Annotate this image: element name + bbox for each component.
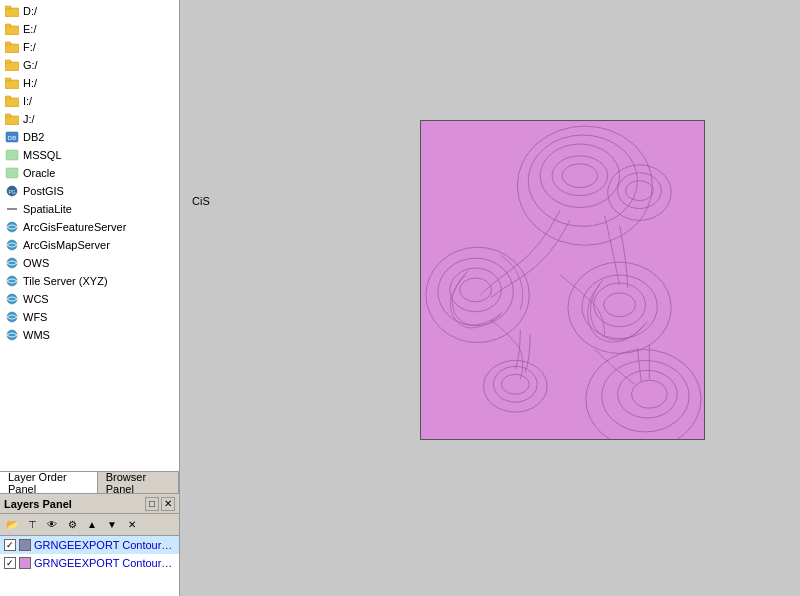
wms-icon bbox=[4, 327, 20, 343]
svg-text:DB: DB bbox=[8, 135, 16, 141]
layers-list: GRNGEEXPORT Contours-G...GRNGEEXPORT Con… bbox=[0, 536, 179, 596]
tree-item-H[interactable]: H:/ bbox=[0, 74, 179, 92]
svg-point-27 bbox=[7, 330, 17, 340]
layer-item-0[interactable]: GRNGEEXPORT Contours-G... bbox=[0, 536, 179, 554]
svg-point-24 bbox=[7, 276, 17, 286]
layers-panel-title: Layers Panel bbox=[4, 498, 145, 510]
tree-item-TileServerXYZ[interactable]: Tile Server (XYZ) bbox=[0, 272, 179, 290]
tree-item-label: G:/ bbox=[23, 59, 38, 71]
tree-item-WCS[interactable]: WCS bbox=[0, 290, 179, 308]
folder-icon bbox=[4, 39, 20, 55]
cis-label: CiS bbox=[192, 195, 210, 207]
wcs-icon bbox=[4, 291, 20, 307]
arcgis-icon bbox=[4, 219, 20, 235]
tree-item-DB2[interactable]: DBDB2 bbox=[0, 128, 179, 146]
svg-rect-17 bbox=[6, 168, 18, 178]
svg-rect-8 bbox=[5, 80, 19, 89]
main-area: D:/E:/F:/G:/H:/I:/J:/DBDB2MSSQLOraclePGP… bbox=[0, 0, 800, 596]
tree-item-label: WFS bbox=[23, 311, 47, 323]
tree-item-label: I:/ bbox=[23, 95, 32, 107]
tree-item-WFS[interactable]: WFS bbox=[0, 308, 179, 326]
tile-icon bbox=[4, 273, 20, 289]
down-btn[interactable]: ▼ bbox=[103, 516, 121, 534]
tree-item-Oracle[interactable]: Oracle bbox=[0, 164, 179, 182]
layer-color-swatch bbox=[19, 557, 31, 569]
remove-btn[interactable]: ✕ bbox=[123, 516, 141, 534]
svg-point-25 bbox=[7, 294, 17, 304]
svg-point-21 bbox=[7, 222, 17, 232]
tree-item-label: OWS bbox=[23, 257, 49, 269]
tree-item-label: MSSQL bbox=[23, 149, 62, 161]
left-panel: D:/E:/F:/G:/H:/I:/J:/DBDB2MSSQLOraclePGP… bbox=[0, 0, 180, 596]
tree-item-ArcGisFeatureServer[interactable]: ArcGisFeatureServer bbox=[0, 218, 179, 236]
tree-item-label: WCS bbox=[23, 293, 49, 305]
oracle-icon bbox=[4, 165, 20, 181]
browser-tree[interactable]: D:/E:/F:/G:/H:/I:/J:/DBDB2MSSQLOraclePGP… bbox=[0, 0, 179, 471]
svg-rect-5 bbox=[5, 42, 11, 45]
folder-icon bbox=[4, 3, 20, 19]
tree-item-E[interactable]: E:/ bbox=[0, 20, 179, 38]
svg-rect-11 bbox=[5, 96, 11, 99]
layer-color-swatch bbox=[19, 539, 31, 551]
open-layer-btn[interactable]: 📂 bbox=[3, 516, 21, 534]
layers-close-button[interactable]: ✕ bbox=[161, 497, 175, 511]
postgis-icon: PG bbox=[4, 183, 20, 199]
layers-panel-controls: □ ✕ bbox=[145, 497, 175, 511]
arcgis-icon bbox=[4, 237, 20, 253]
svg-point-23 bbox=[7, 258, 17, 268]
tree-item-F[interactable]: F:/ bbox=[0, 38, 179, 56]
svg-rect-7 bbox=[5, 60, 11, 63]
tree-item-label: J:/ bbox=[23, 113, 35, 125]
svg-rect-1 bbox=[5, 6, 11, 9]
tree-item-label: DB2 bbox=[23, 131, 44, 143]
tree-item-label: E:/ bbox=[23, 23, 36, 35]
tree-item-J[interactable]: J:/ bbox=[0, 110, 179, 128]
spatialite-icon bbox=[4, 201, 20, 217]
layers-panel: Layers Panel □ ✕ 📂 ⊤ 👁 ⚙ ▲ ▼ ✕ GRNGEEXPO… bbox=[0, 493, 179, 596]
svg-rect-2 bbox=[5, 26, 19, 35]
tree-item-OWS[interactable]: OWS bbox=[0, 254, 179, 272]
up-btn[interactable]: ▲ bbox=[83, 516, 101, 534]
settings-btn[interactable]: ⚙ bbox=[63, 516, 81, 534]
tree-item-label: WMS bbox=[23, 329, 50, 341]
filter-btn[interactable]: ⊤ bbox=[23, 516, 41, 534]
tree-item-PostGIS[interactable]: PGPostGIS bbox=[0, 182, 179, 200]
tree-item-label: F:/ bbox=[23, 41, 36, 53]
map-area[interactable]: CiS bbox=[180, 0, 800, 596]
tree-item-MSSQL[interactable]: MSSQL bbox=[0, 146, 179, 164]
tree-item-ArcGisMapServer[interactable]: ArcGisMapServer bbox=[0, 236, 179, 254]
svg-rect-13 bbox=[5, 114, 11, 117]
layer-checkbox[interactable] bbox=[4, 557, 16, 569]
svg-rect-0 bbox=[5, 8, 19, 17]
contour-map-svg bbox=[421, 121, 704, 439]
db2-icon: DB bbox=[4, 129, 20, 145]
svg-rect-16 bbox=[6, 150, 18, 160]
svg-point-26 bbox=[7, 312, 17, 322]
layers-float-button[interactable]: □ bbox=[145, 497, 159, 511]
tree-item-SpatiaLite[interactable]: SpatiaLite bbox=[0, 200, 179, 218]
tab-browser[interactable]: Browser Panel bbox=[98, 472, 179, 493]
folder-icon bbox=[4, 57, 20, 73]
tree-item-G[interactable]: G:/ bbox=[0, 56, 179, 74]
layer-checkbox[interactable] bbox=[4, 539, 16, 551]
layer-name: GRNGEEXPORT Contours-G... bbox=[34, 557, 175, 569]
eye-btn[interactable]: 👁 bbox=[43, 516, 61, 534]
svg-rect-3 bbox=[5, 24, 11, 27]
tree-item-I[interactable]: I:/ bbox=[0, 92, 179, 110]
panel-tabs: Layer Order Panel Browser Panel bbox=[0, 471, 179, 493]
tree-item-label: ArcGisFeatureServer bbox=[23, 221, 126, 233]
tab-layer-order[interactable]: Layer Order Panel bbox=[0, 472, 98, 493]
layers-toolbar: 📂 ⊤ 👁 ⚙ ▲ ▼ ✕ bbox=[0, 514, 179, 536]
tree-item-D[interactable]: D:/ bbox=[0, 2, 179, 20]
tree-item-label: D:/ bbox=[23, 5, 37, 17]
tree-item-label: SpatiaLite bbox=[23, 203, 72, 215]
svg-rect-12 bbox=[5, 116, 19, 125]
wfs-icon bbox=[4, 309, 20, 325]
tree-item-label: PostGIS bbox=[23, 185, 64, 197]
folder-icon bbox=[4, 21, 20, 37]
layer-item-1[interactable]: GRNGEEXPORT Contours-G... bbox=[0, 554, 179, 572]
tree-item-WMS[interactable]: WMS bbox=[0, 326, 179, 344]
svg-rect-4 bbox=[5, 44, 19, 53]
svg-rect-6 bbox=[5, 62, 19, 71]
layer-name: GRNGEEXPORT Contours-G... bbox=[34, 539, 175, 551]
